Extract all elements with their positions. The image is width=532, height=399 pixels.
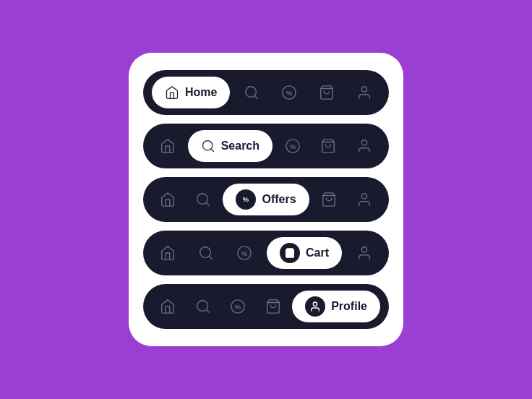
home-icon (160, 138, 176, 154)
cart-icon-5 (265, 299, 281, 314)
home-label: Home (185, 86, 217, 99)
offers-tab-4[interactable]: % (228, 237, 260, 269)
nav-showcase-card: Home % (129, 53, 403, 346)
profile-icon-2 (356, 138, 372, 154)
cart-nav-bar: % Cart (143, 231, 389, 275)
offers-icon-2: % (285, 138, 301, 154)
svg-line-1 (255, 95, 258, 98)
svg-text:%: % (235, 304, 241, 311)
cart-tab-active[interactable]: Cart (267, 237, 342, 269)
profile-tab-2[interactable] (348, 130, 380, 162)
home-tab-4[interactable] (152, 237, 184, 269)
profile-tab[interactable] (348, 77, 380, 108)
offers-icon-5: % (230, 299, 246, 314)
offers-tab-5[interactable]: % (222, 291, 254, 322)
search-tab-5[interactable] (187, 291, 219, 322)
search-tab-3[interactable] (187, 184, 219, 215)
svg-text:%: % (243, 196, 249, 203)
svg-text:%: % (290, 143, 296, 150)
home-icon-3 (160, 192, 176, 207)
search-tab[interactable] (236, 77, 267, 108)
offers-tab-active[interactable]: % Offers (223, 184, 309, 215)
profile-icon-active (309, 301, 321, 312)
profile-icon-4 (356, 245, 372, 261)
profile-nav-bar: % Profile (143, 284, 389, 329)
home-tab[interactable] (152, 130, 184, 162)
svg-text:%: % (241, 250, 247, 257)
search-icon-5 (195, 299, 211, 314)
cart-tab[interactable] (311, 77, 343, 108)
offers-label: Offers (262, 193, 296, 206)
offers-icon-4: % (236, 245, 252, 261)
svg-line-7 (211, 149, 214, 152)
cart-label: Cart (306, 246, 329, 259)
profile-tab-4[interactable] (348, 237, 380, 269)
profile-icon-3 (356, 192, 372, 207)
search-icon-active (201, 139, 215, 153)
search-label: Search (221, 140, 259, 153)
search-tab-active[interactable]: Search (188, 130, 273, 162)
cart-icon-3 (321, 192, 337, 207)
cart-tab-2[interactable] (312, 130, 344, 162)
offers-tab[interactable]: % (273, 77, 305, 108)
search-icon-4 (198, 245, 214, 261)
home-nav-bar: Home % (143, 70, 389, 115)
cart-tab-3[interactable] (313, 184, 345, 215)
svg-point-16 (361, 194, 366, 199)
offers-nav-bar: % Offers (143, 177, 389, 222)
home-icon-active (165, 85, 179, 100)
search-tab-4[interactable] (190, 237, 222, 269)
svg-line-24 (206, 309, 209, 312)
svg-line-18 (209, 256, 212, 259)
search-icon-3 (195, 192, 211, 207)
svg-text:%: % (286, 90, 292, 97)
home-tab-5[interactable] (152, 291, 184, 322)
home-icon-4 (160, 245, 176, 261)
profile-label: Profile (331, 300, 367, 313)
profile-tab-active[interactable]: Profile (292, 291, 380, 322)
cart-icon (319, 85, 335, 100)
svg-point-11 (361, 140, 366, 145)
home-tab-active[interactable]: Home (152, 77, 230, 108)
search-nav-bar: Search % (143, 124, 389, 168)
offers-icon: % (281, 85, 297, 100)
cart-icon-active (284, 247, 296, 259)
svg-line-13 (206, 202, 209, 205)
home-icon-5 (160, 299, 176, 314)
offers-icon-bg: % (236, 189, 256, 210)
percent-icon: % (240, 194, 252, 205)
svg-point-28 (314, 302, 317, 306)
cart-icon-bg (280, 243, 300, 263)
svg-point-22 (361, 247, 366, 252)
profile-tab-3[interactable] (348, 184, 380, 215)
profile-icon (356, 85, 372, 100)
offers-tab-2[interactable]: % (277, 130, 309, 162)
cart-icon-2 (320, 138, 336, 154)
search-icon (244, 85, 259, 100)
svg-point-5 (361, 87, 366, 92)
home-tab-3[interactable] (152, 184, 184, 215)
profile-icon-bg (305, 296, 325, 317)
cart-tab-5[interactable] (257, 291, 289, 322)
